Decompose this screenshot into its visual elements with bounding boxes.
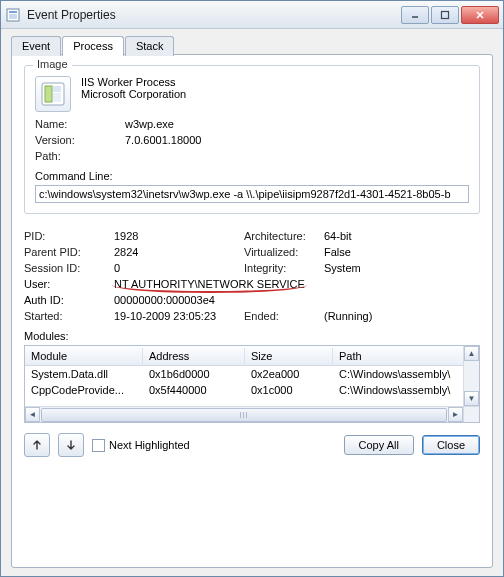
process-time-grid: Started: 19-10-2009 23:05:23 Ended: (Run… bbox=[24, 310, 480, 322]
image-company: Microsoft Corporation bbox=[81, 88, 186, 100]
arch-value: 64-bit bbox=[324, 230, 480, 242]
window-frame: Event Properties Event Process Stack Ima… bbox=[0, 0, 504, 577]
modules-list[interactable]: Module Address Size Path System.Data.dll… bbox=[24, 345, 480, 423]
horizontal-scrollbar[interactable]: ◄ ► bbox=[25, 406, 463, 422]
cell-path: C:\Windows\assembly\ bbox=[333, 366, 463, 382]
arch-label: Architecture: bbox=[244, 230, 324, 242]
next-highlighted-check[interactable]: Next Highlighted bbox=[92, 439, 190, 452]
svg-rect-4 bbox=[442, 11, 449, 18]
table-row[interactable]: CppCodeProvide... 0x5f440000 0x1c000 C:\… bbox=[25, 382, 463, 398]
prev-event-button[interactable] bbox=[24, 433, 50, 457]
svg-rect-8 bbox=[45, 86, 52, 102]
integ-value: System bbox=[324, 262, 480, 274]
cell-path: C:\Windows\assembly\ bbox=[333, 382, 463, 398]
image-groupbox: Image IIS Worker Process Microsoft Corpo… bbox=[24, 65, 480, 214]
exe-icon bbox=[35, 76, 71, 112]
cell-module: CppCodeProvide... bbox=[25, 382, 143, 398]
scroll-corner bbox=[463, 406, 479, 422]
authid-label: Auth ID: bbox=[24, 294, 114, 306]
integ-label: Integrity: bbox=[244, 262, 324, 274]
user-value: NT AUTHORITY\NETWORK SERVICE bbox=[114, 278, 480, 290]
process-user-grid: User: NT AUTHORITY\NETWORK SERVICE Auth … bbox=[24, 278, 480, 306]
window-controls bbox=[401, 6, 499, 24]
col-module[interactable]: Module bbox=[25, 348, 143, 364]
authid-value: 00000000:000003e4 bbox=[114, 294, 480, 306]
close-button[interactable]: Close bbox=[422, 435, 480, 455]
svg-rect-10 bbox=[53, 93, 61, 102]
image-product-name: IIS Worker Process bbox=[81, 76, 186, 88]
virt-value: False bbox=[324, 246, 480, 258]
maximize-button[interactable] bbox=[431, 6, 459, 24]
image-meta: IIS Worker Process Microsoft Corporation bbox=[81, 76, 186, 100]
scroll-left-button[interactable]: ◄ bbox=[25, 407, 40, 422]
cell-address: 0x1b6d0000 bbox=[143, 366, 245, 382]
col-path[interactable]: Path bbox=[333, 348, 479, 364]
ended-value: (Running) bbox=[324, 310, 480, 322]
modules-body: System.Data.dll 0x1b6d0000 0x2ea000 C:\W… bbox=[25, 366, 463, 406]
image-legend: Image bbox=[33, 58, 72, 70]
titlebar[interactable]: Event Properties bbox=[1, 1, 503, 29]
checkbox-icon bbox=[92, 439, 105, 452]
bottom-bar: Next Highlighted Copy All Close bbox=[24, 423, 480, 457]
vertical-scrollbar[interactable]: ▲ ▼ bbox=[463, 346, 479, 406]
minimize-button[interactable] bbox=[401, 6, 429, 24]
user-label: User: bbox=[24, 278, 114, 290]
ended-label: Ended: bbox=[244, 310, 324, 322]
app-icon bbox=[5, 7, 21, 23]
svg-rect-9 bbox=[53, 86, 61, 92]
modules-label: Modules: bbox=[24, 330, 480, 342]
client-area: Event Process Stack Image IIS Worker Pro… bbox=[1, 29, 503, 576]
version-label: Version: bbox=[35, 134, 125, 146]
copy-all-button[interactable]: Copy All bbox=[344, 435, 414, 455]
modules-header[interactable]: Module Address Size Path bbox=[25, 346, 479, 366]
svg-rect-2 bbox=[9, 14, 17, 19]
close-window-button[interactable] bbox=[461, 6, 499, 24]
scroll-thumb[interactable] bbox=[41, 408, 447, 422]
started-value: 19-10-2009 23:05:23 bbox=[114, 310, 244, 322]
tab-page-process: Image IIS Worker Process Microsoft Corpo… bbox=[11, 54, 493, 568]
cell-address: 0x5f440000 bbox=[143, 382, 245, 398]
cell-module: System.Data.dll bbox=[25, 366, 143, 382]
user-value-text: NT AUTHORITY\NETWORK SERVICE bbox=[114, 278, 305, 290]
path-value bbox=[125, 150, 469, 162]
cmdline-input[interactable] bbox=[35, 185, 469, 203]
started-label: Started: bbox=[24, 310, 114, 322]
tab-process[interactable]: Process bbox=[62, 36, 124, 56]
pid-value: 1928 bbox=[114, 230, 244, 242]
name-label: Name: bbox=[35, 118, 125, 130]
tab-stack[interactable]: Stack bbox=[125, 36, 175, 56]
cmdline-label: Command Line: bbox=[35, 170, 469, 182]
sid-label: Session ID: bbox=[24, 262, 114, 274]
tab-event[interactable]: Event bbox=[11, 36, 61, 56]
pid-label: PID: bbox=[24, 230, 114, 242]
svg-rect-1 bbox=[9, 11, 17, 13]
cell-size: 0x1c000 bbox=[245, 382, 333, 398]
scroll-right-button[interactable]: ► bbox=[448, 407, 463, 422]
next-highlighted-label: Next Highlighted bbox=[109, 439, 190, 451]
table-row[interactable]: System.Data.dll 0x1b6d0000 0x2ea000 C:\W… bbox=[25, 366, 463, 382]
virt-label: Virtualized: bbox=[244, 246, 324, 258]
cell-size: 0x2ea000 bbox=[245, 366, 333, 382]
ppid-value: 2824 bbox=[114, 246, 244, 258]
scroll-down-button[interactable]: ▼ bbox=[464, 391, 479, 406]
col-address[interactable]: Address bbox=[143, 348, 245, 364]
process-grid: PID: 1928 Architecture: 64-bit Parent PI… bbox=[24, 230, 480, 274]
version-value: 7.0.6001.18000 bbox=[125, 134, 469, 146]
ppid-label: Parent PID: bbox=[24, 246, 114, 258]
col-size[interactable]: Size bbox=[245, 348, 333, 364]
path-label: Path: bbox=[35, 150, 125, 162]
next-event-button[interactable] bbox=[58, 433, 84, 457]
name-value: w3wp.exe bbox=[125, 118, 469, 130]
scroll-up-button[interactable]: ▲ bbox=[464, 346, 479, 361]
tab-strip: Event Process Stack bbox=[11, 35, 493, 55]
window-title: Event Properties bbox=[27, 8, 401, 22]
sid-value: 0 bbox=[114, 262, 244, 274]
